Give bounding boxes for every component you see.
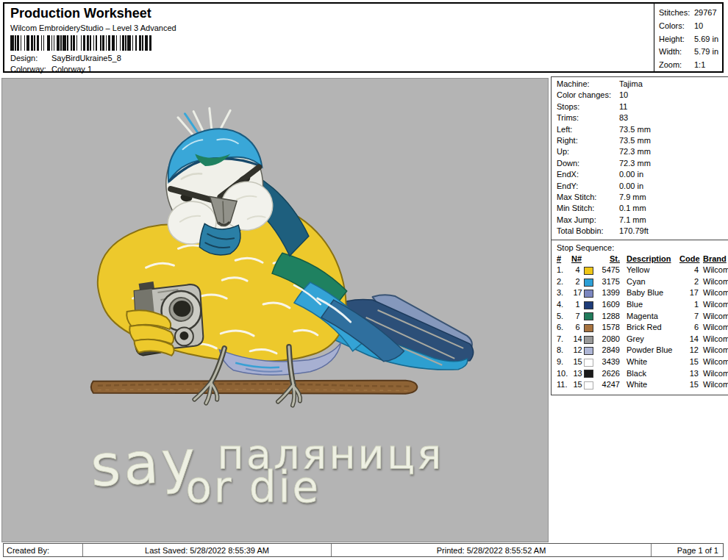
design-row: Design: SayBirdUkraine5_8 bbox=[10, 53, 648, 64]
bird-illustration: say паляниця or die bbox=[2, 79, 548, 542]
header: Production Worksheet Wilcom EmbroiderySt… bbox=[3, 2, 724, 73]
row-description: Magenta bbox=[621, 311, 679, 323]
machine-info-row: EndY:0.00 in bbox=[557, 181, 728, 192]
machine-info-value: 7.9 mm bbox=[619, 192, 728, 203]
row-brand: Wilcom bbox=[699, 299, 728, 311]
row-brand: Wilcom bbox=[699, 311, 728, 323]
row-needle: 14 bbox=[571, 334, 584, 345]
row-description: Yellow bbox=[621, 265, 679, 276]
machine-info-label: Max Stitch: bbox=[557, 192, 619, 203]
wing-fingers bbox=[126, 310, 174, 356]
stop-sequence-row: 10.132626Black13Wilcom bbox=[557, 368, 728, 380]
machine-info-row: Up:72.3 mm bbox=[557, 146, 728, 157]
stop-sequence-title: Stop Sequence: bbox=[557, 243, 728, 254]
color-swatch bbox=[584, 279, 593, 287]
stop-sequence-row: 6.61578Brick Red6Wilcom bbox=[557, 322, 728, 334]
machine-info-row: Left:73.5 mm bbox=[557, 124, 728, 135]
stop-sequence-row: 8.122849Powder Blue12Wilcom bbox=[557, 345, 728, 356]
color-swatch bbox=[584, 370, 593, 378]
machine-info-label: Right: bbox=[557, 135, 619, 146]
page-title: Production Worksheet bbox=[10, 5, 648, 21]
stop-sequence-row: 2.23175Cyan2Wilcom bbox=[557, 276, 728, 288]
col-stitches: St. bbox=[597, 254, 621, 265]
stop-sequence-table: #N#St.DescriptionCodeBrand1.45475Yellow4… bbox=[557, 254, 728, 391]
stop-sequence-header: #N#St.DescriptionCodeBrand bbox=[557, 254, 728, 265]
color-swatch bbox=[584, 324, 593, 332]
stat-label: Width: bbox=[659, 46, 694, 59]
row-brand: Wilcom bbox=[699, 368, 728, 380]
printed: Printed: 5/28/2022 8:55:52 AM bbox=[332, 544, 652, 556]
machine-info-row: Machine:Tajima bbox=[557, 79, 728, 90]
text-say: say bbox=[89, 428, 200, 500]
stop-sequence-row: 11.154247White15Wilcom bbox=[557, 379, 728, 391]
row-needle: 1 bbox=[571, 299, 584, 311]
color-swatch bbox=[584, 336, 593, 344]
barcode bbox=[10, 35, 182, 51]
machine-info-row: Down:72.3 mm bbox=[557, 158, 728, 169]
machine-info-value: 72.3 mm bbox=[619, 146, 728, 157]
row-code: 4 bbox=[679, 265, 699, 276]
stat-row: Height:5.69 in bbox=[659, 33, 722, 46]
row-description: Brick Red bbox=[621, 322, 679, 334]
row-needle: 4 bbox=[571, 265, 584, 276]
machine-info-label: Stops: bbox=[557, 101, 619, 112]
machine-info-label: Total Bobbin: bbox=[557, 226, 619, 237]
row-code: 1 bbox=[679, 299, 699, 311]
row-num: 3. bbox=[557, 287, 571, 299]
row-code: 12 bbox=[679, 345, 699, 356]
machine-info-row: Min Stitch:0.1 mm bbox=[557, 203, 728, 214]
row-num: 6. bbox=[557, 322, 571, 334]
col-needle: N# bbox=[571, 254, 584, 265]
row-code: 15 bbox=[679, 356, 699, 368]
created-by: Created By: bbox=[4, 544, 83, 556]
row-brand: Wilcom bbox=[699, 379, 728, 391]
row-stitches: 3175 bbox=[597, 276, 621, 288]
row-stitches: 4247 bbox=[597, 379, 621, 391]
machine-info-row: Total Bobbin:170.79ft bbox=[557, 226, 728, 237]
col-num: # bbox=[557, 254, 571, 265]
row-num: 10. bbox=[557, 368, 571, 380]
row-stitches: 2626 bbox=[597, 368, 621, 380]
row-needle: 17 bbox=[571, 287, 584, 299]
machine-info-label: Color changes: bbox=[557, 90, 619, 101]
row-description: Grey bbox=[621, 334, 679, 345]
row-code: 2 bbox=[679, 276, 699, 288]
row-num: 1. bbox=[557, 265, 571, 276]
machine-info-value: 11 bbox=[619, 101, 728, 112]
row-description: Cyan bbox=[621, 276, 679, 288]
machine-info-row: Color changes:10 bbox=[557, 90, 728, 101]
machine-info-label: EndX: bbox=[557, 169, 619, 180]
stat-value: 29767 bbox=[694, 7, 722, 20]
row-stitches: 1288 bbox=[597, 311, 621, 323]
row-needle: 7 bbox=[571, 311, 584, 323]
row-code: 15 bbox=[679, 379, 699, 391]
machine-info-value: 83 bbox=[619, 112, 728, 123]
footer: Created By: Last Saved: 5/28/2022 8:55:3… bbox=[3, 543, 724, 557]
design-stats: Stitches:29767Colors:10Height:5.69 inWid… bbox=[654, 4, 722, 71]
machine-info: Machine:TajimaColor changes:10Stops:11Tr… bbox=[551, 76, 728, 240]
branch bbox=[91, 381, 418, 394]
row-needle: 12 bbox=[571, 345, 584, 356]
color-swatch bbox=[584, 347, 593, 355]
stat-label: Colors: bbox=[659, 20, 694, 33]
stat-value: 5.69 in bbox=[694, 33, 722, 46]
color-swatch bbox=[584, 301, 593, 309]
row-num: 8. bbox=[557, 345, 571, 356]
machine-info-value: 73.5 mm bbox=[619, 124, 728, 135]
machine-info-value: 72.3 mm bbox=[619, 158, 728, 169]
row-stitches: 1609 bbox=[597, 299, 621, 311]
machine-info-row: Right:73.5 mm bbox=[557, 135, 728, 146]
machine-info-value: 73.5 mm bbox=[619, 135, 728, 146]
machine-info-value: 0.00 in bbox=[619, 169, 728, 180]
row-num: 7. bbox=[557, 334, 571, 345]
row-brand: Wilcom bbox=[699, 265, 728, 276]
row-stitches: 3439 bbox=[597, 356, 621, 368]
machine-info-value: 0.1 mm bbox=[619, 203, 728, 214]
stop-sequence-row: 5.71288Magenta7Wilcom bbox=[557, 311, 728, 323]
row-description: White bbox=[621, 379, 679, 391]
row-num: 5. bbox=[557, 311, 571, 323]
design-value: SayBirdUkraine5_8 bbox=[51, 53, 648, 64]
stop-sequence: Stop Sequence: #N#St.DescriptionCodeBran… bbox=[551, 240, 728, 395]
row-stitches: 2849 bbox=[597, 345, 621, 356]
row-description: Baby Blue bbox=[621, 287, 679, 299]
